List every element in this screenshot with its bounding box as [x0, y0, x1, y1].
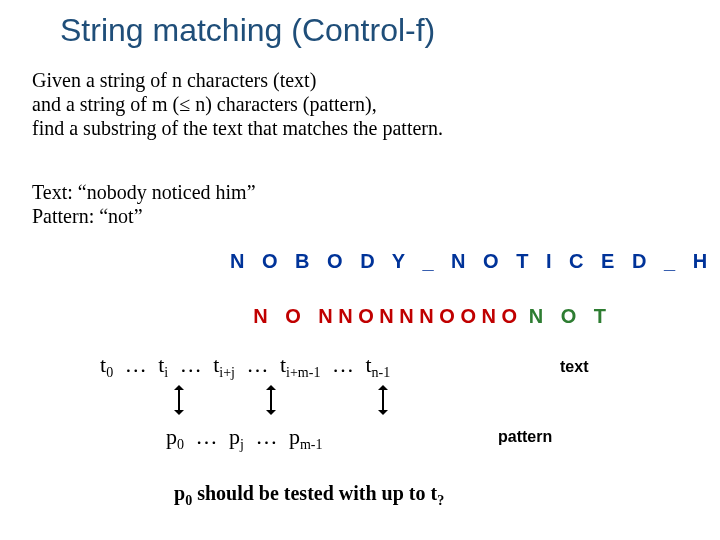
ellipsis: …	[240, 352, 274, 377]
label-pattern: pattern	[498, 428, 552, 446]
pm1: pm-1	[289, 424, 323, 449]
desc-line-1: Given a string of n characters (text)	[32, 68, 443, 92]
example-pattern: Pattern: “not”	[32, 204, 256, 228]
slide-title: String matching (Control-f)	[60, 12, 435, 49]
ellipsis: …	[119, 352, 153, 377]
ellipsis: …	[249, 424, 283, 449]
conclusion: p0 should be tested with up to t?	[174, 482, 444, 509]
desc-line-2: and a string of m (≤ n) characters (patt…	[32, 92, 443, 116]
tij: ti+j	[213, 352, 235, 377]
pattern-red-left: N O	[253, 305, 307, 327]
pattern-match: N O T	[529, 305, 612, 327]
arrow-2	[270, 386, 272, 419]
example-block: Text: “nobody noticed him” Pattern: “not…	[32, 180, 256, 228]
pattern-row: p0 … pj … pm-1	[166, 424, 322, 453]
t0: t0	[100, 352, 113, 377]
ellipsis: …	[190, 424, 224, 449]
arrow-3	[382, 386, 384, 419]
text-string: N O B O D Y _ N O T I C E D _ H I M	[230, 250, 720, 273]
pattern-red-mid: N N O N N N O O N O	[318, 305, 517, 327]
example-text: Text: “nobody noticed him”	[32, 180, 256, 204]
ellipsis: …	[174, 352, 208, 377]
arrow-1	[178, 386, 180, 419]
ellipsis: …	[326, 352, 360, 377]
text-row: t0 … ti … ti+j … ti+m-1 … tn-1	[100, 352, 390, 381]
desc-line-3: find a substring of the text that matche…	[32, 116, 443, 140]
label-text: text	[560, 358, 588, 376]
description-block: Given a string of n characters (text) an…	[32, 68, 443, 140]
tim1: ti+m-1	[280, 352, 320, 377]
tn1: tn-1	[365, 352, 390, 377]
pj: pj	[229, 424, 244, 449]
p0: p0	[166, 424, 184, 449]
pattern-attempts: N O N N O N N N O O N O N O T	[230, 282, 612, 328]
ti: ti	[158, 352, 168, 377]
